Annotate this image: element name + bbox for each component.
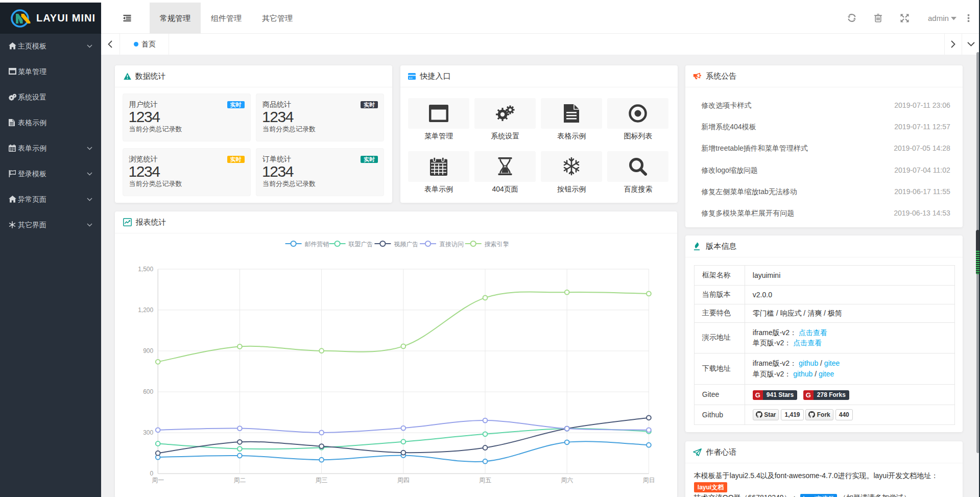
svg-text:联盟广告: 联盟广告 (348, 241, 373, 248)
svg-text:1,500: 1,500 (138, 266, 153, 273)
svg-text:600: 600 (143, 388, 153, 395)
svg-text:邮件营销: 邮件营销 (304, 241, 329, 248)
svg-text:0: 0 (150, 470, 153, 478)
svg-text:周三: 周三 (315, 477, 327, 484)
svg-text:周一: 周一 (152, 477, 164, 484)
svg-text:周二: 周二 (233, 477, 246, 484)
svg-text:搜索引擎: 搜索引擎 (484, 241, 509, 248)
svg-text:900: 900 (143, 347, 153, 354)
svg-text:周五: 周五 (479, 477, 491, 484)
svg-text:周六: 周六 (561, 477, 573, 484)
svg-text:周四: 周四 (397, 477, 409, 484)
svg-text:视频广告: 视频广告 (393, 241, 418, 248)
svg-text:直接访问: 直接访问 (439, 241, 464, 248)
svg-text:周日: 周日 (642, 477, 655, 484)
svg-text:300: 300 (143, 429, 153, 436)
svg-text:1,200: 1,200 (138, 306, 153, 314)
